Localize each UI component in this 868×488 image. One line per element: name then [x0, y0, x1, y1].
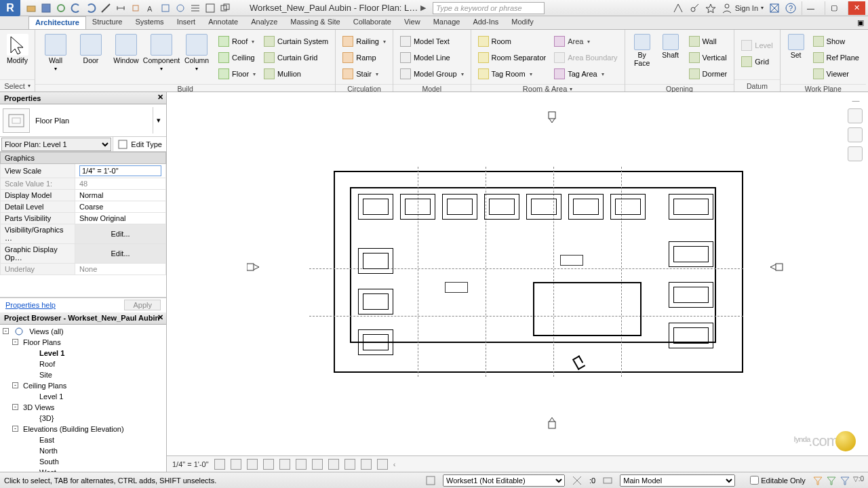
prop-parts-vis-value[interactable]: Show Original: [75, 213, 166, 224]
ref-plane-button[interactable]: Ref Plane: [810, 50, 862, 65]
prop-display-model-value[interactable]: Normal: [75, 190, 166, 201]
prop-view-scale-value[interactable]: [79, 165, 161, 176]
ceiling-button[interactable]: Ceiling: [216, 50, 258, 65]
maximize-button[interactable]: ▢: [825, 1, 842, 15]
crop-region-icon[interactable]: [312, 459, 323, 470]
floor-plans-node[interactable]: Floor Plans: [23, 338, 61, 346]
site-node[interactable]: Site: [3, 369, 163, 380]
infocenter-play-icon[interactable]: ▶: [420, 3, 426, 12]
tab-annotate[interactable]: Annotate: [202, 16, 245, 29]
switch-windows-icon[interactable]: [220, 3, 231, 14]
visual-style-icon[interactable]: [231, 459, 241, 470]
opening-dormer-button[interactable]: Dormer: [686, 66, 730, 81]
worksharing-display-icon[interactable]: [377, 459, 388, 470]
shadows-icon[interactable]: [263, 459, 274, 470]
properties-help-link[interactable]: Properties help: [5, 301, 56, 309]
north-node[interactable]: North: [3, 445, 163, 456]
filter-icon-3[interactable]: [840, 475, 850, 486]
subscription-icon[interactable]: [673, 3, 684, 14]
design-options-icon[interactable]: [602, 475, 613, 486]
collapse-icon[interactable]: -: [3, 328, 9, 334]
model-line-button[interactable]: Model Line: [397, 50, 467, 65]
cp-level1-node[interactable]: Level 1: [3, 391, 163, 402]
workset-icon[interactable]: [425, 475, 436, 486]
tab-analyze[interactable]: Analyze: [245, 16, 284, 29]
west-node[interactable]: West: [3, 467, 163, 472]
properties-title[interactable]: Properties ✕: [0, 92, 166, 104]
grid-button[interactable]: Grid: [738, 54, 775, 69]
crop-view-icon[interactable]: [296, 459, 307, 470]
panel-title-select[interactable]: Select▾: [0, 79, 35, 92]
model-group-button[interactable]: Model Group▾: [397, 66, 467, 81]
room-separator-button[interactable]: Room Separator: [475, 50, 549, 65]
elevation-marker-north-icon[interactable]: [547, 110, 557, 123]
elevation-marker-west-icon[interactable]: [247, 262, 260, 272]
opening-wall-button[interactable]: Wall: [686, 34, 730, 49]
reveal-hidden-icon[interactable]: [361, 459, 372, 470]
tab-collaborate[interactable]: Collaborate: [347, 16, 398, 29]
stair-button[interactable]: Stair▾: [340, 66, 389, 81]
tab-massing[interactable]: Massing & Site: [284, 16, 347, 29]
close-hidden-icon[interactable]: [205, 3, 216, 14]
show-workplane-button[interactable]: Show: [810, 34, 862, 49]
railing-button[interactable]: Railing▾: [340, 34, 389, 49]
tab-architecture[interactable]: Architecture: [28, 16, 86, 29]
column-button[interactable]: Column▾: [180, 33, 213, 72]
modify-button[interactable]: Modify: [4, 33, 31, 65]
temp-hide-icon[interactable]: [344, 459, 355, 470]
floor-button[interactable]: Floor▾: [216, 66, 258, 81]
undo-icon[interactable]: [71, 3, 81, 14]
by-face-button[interactable]: By Face: [629, 33, 655, 67]
filter-icon[interactable]: [812, 475, 823, 486]
scale-display[interactable]: 1/4" = 1'-0": [172, 460, 209, 468]
elevation-marker-south-icon[interactable]: [547, 418, 557, 431]
redo-icon[interactable]: [85, 3, 96, 14]
dimension-icon[interactable]: [115, 3, 126, 14]
area-button[interactable]: Area▾: [551, 34, 620, 49]
collapse-icon[interactable]: -: [12, 404, 18, 410]
pan-icon[interactable]: [848, 146, 863, 161]
wall-button[interactable]: Wall▾: [39, 33, 72, 72]
properties-grid[interactable]: Graphics View Scale Scale Value 1:48 Dis…: [0, 152, 166, 298]
section-icon[interactable]: [175, 3, 186, 14]
app-menu-button[interactable]: R: [0, 0, 20, 16]
tab-systems[interactable]: Systems: [129, 16, 170, 29]
tag-area-button[interactable]: Tag Area▾: [551, 66, 620, 81]
sun-path-icon[interactable]: [247, 459, 258, 470]
rendering-icon[interactable]: [279, 459, 290, 470]
key-icon[interactable]: [689, 3, 700, 14]
properties-close-icon[interactable]: ✕: [157, 93, 163, 102]
design-option-select[interactable]: Main Model: [620, 474, 735, 487]
views-all-node[interactable]: Views (all): [29, 327, 64, 336]
prop-vg-edit-button[interactable]: Edit...: [75, 224, 166, 244]
set-workplane-button[interactable]: Set: [785, 33, 808, 60]
collapse-icon[interactable]: -: [12, 426, 18, 432]
detail-level-icon[interactable]: [214, 459, 225, 470]
help-icon[interactable]: ?: [785, 3, 796, 14]
type-selector[interactable]: Floor Plan ▾: [0, 104, 166, 137]
minimize-button[interactable]: —: [802, 1, 819, 15]
zoom-icon[interactable]: [848, 127, 863, 142]
favorite-icon[interactable]: [705, 3, 716, 14]
tab-insert[interactable]: Insert: [171, 16, 203, 29]
drawing-canvas[interactable]: —: [167, 92, 868, 472]
exclude-icon[interactable]: [572, 475, 583, 486]
opening-vertical-button[interactable]: Vertical: [686, 50, 730, 65]
tab-addins[interactable]: Add-Ins: [467, 16, 505, 29]
navigation-wheel-icon[interactable]: [848, 108, 863, 123]
3d-node[interactable]: {3D}: [3, 413, 163, 424]
tag-icon[interactable]: [130, 3, 141, 14]
ceiling-plans-node[interactable]: Ceiling Plans: [23, 382, 66, 390]
view-minimize-icon[interactable]: —: [848, 96, 864, 104]
3d-icon[interactable]: [160, 3, 171, 14]
collapse-icon[interactable]: -: [12, 382, 18, 388]
tag-room-button[interactable]: Tag Room▾: [475, 66, 549, 81]
active-workset-select[interactable]: Workset1 (Not Editable): [443, 474, 565, 487]
open-icon[interactable]: [26, 3, 37, 14]
curtain-grid-button[interactable]: Curtain Grid: [261, 50, 331, 65]
viewbar-chevron-icon[interactable]: ‹: [393, 460, 396, 468]
edit-type-button[interactable]: Edit Type: [113, 137, 166, 151]
sync-icon[interactable]: [56, 3, 66, 14]
apply-button[interactable]: Apply: [124, 300, 161, 310]
exchange-icon[interactable]: [769, 3, 780, 14]
